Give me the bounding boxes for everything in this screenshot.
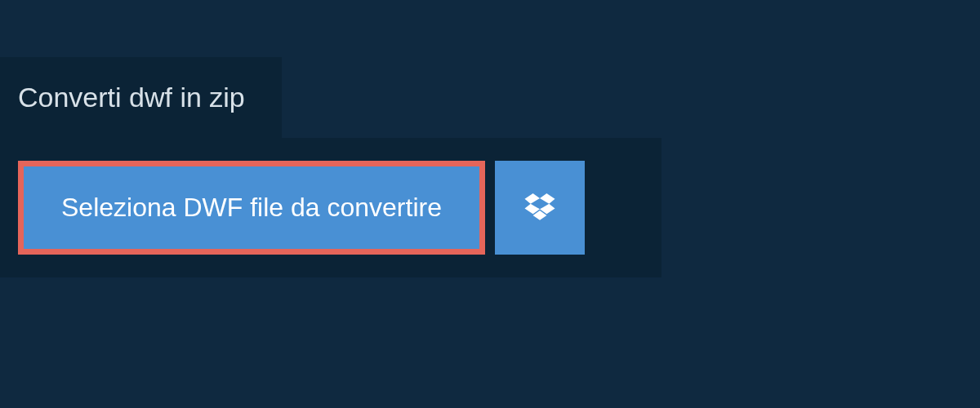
dropbox-button[interactable] bbox=[495, 161, 585, 255]
upload-panel: Seleziona DWF file da convertire bbox=[0, 138, 662, 277]
page-title: Converti dwf in zip bbox=[18, 82, 245, 113]
page-tab: Converti dwf in zip bbox=[0, 57, 282, 138]
select-file-button-label: Seleziona DWF file da convertire bbox=[61, 193, 442, 223]
dropbox-icon bbox=[523, 189, 557, 227]
select-file-button[interactable]: Seleziona DWF file da convertire bbox=[18, 161, 485, 255]
